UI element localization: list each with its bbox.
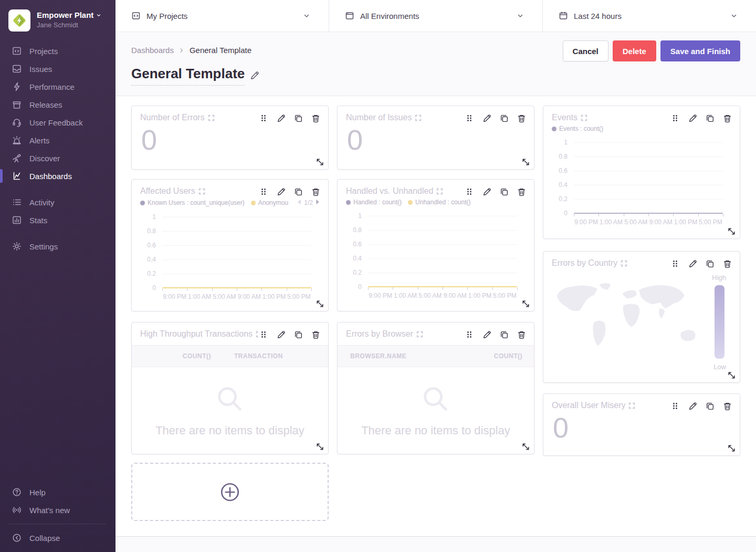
sidebar-item-discover[interactable]: Discover [0,149,116,167]
column-header[interactable]: BROWSER.NAME [338,352,494,360]
edit-widget-icon[interactable] [481,329,492,340]
sidebar-item-settings[interactable]: Settings [0,237,116,255]
duplicate-widget-icon[interactable] [499,186,509,197]
resize-handle-icon[interactable] [521,299,530,308]
empty-state: There are no items to display [132,383,328,438]
legend-dot [552,127,556,131]
resize-handle-icon[interactable] [727,444,736,453]
sidebar-item-stats[interactable]: Stats [0,211,116,229]
delete-widget-icon[interactable] [722,113,732,123]
legend-item[interactable]: Handled : count() [346,199,402,206]
edit-widget-icon[interactable] [276,329,286,340]
sidebar-item-dashboards[interactable]: Dashboards [0,167,116,185]
edit-title-icon[interactable] [250,71,259,80]
sidebar-item-alerts[interactable]: Alerts [0,131,116,149]
pagination-next-icon[interactable] [315,199,321,207]
sidebar-item-activity[interactable]: Activity [0,193,116,211]
environment-filter-dropdown[interactable]: All Environments [329,0,542,32]
legend-item[interactable]: Unhandled : count() [408,199,470,206]
duplicate-widget-icon[interactable] [293,113,303,123]
edit-widget-icon[interactable] [481,186,492,197]
projects-icon [12,46,22,56]
expand-icon[interactable] [436,188,443,195]
broadcast-icon [12,505,22,515]
duplicate-widget-icon[interactable] [499,329,509,340]
expand-icon[interactable] [416,331,423,338]
duplicate-widget-icon[interactable] [705,258,715,269]
time-range-dropdown[interactable]: Last 24 hours [542,0,756,32]
resize-handle-icon[interactable] [316,158,324,166]
duplicate-widget-icon[interactable] [499,113,509,123]
sidebar-item-collapse[interactable]: Collapse [0,529,116,547]
duplicate-widget-icon[interactable] [705,113,715,123]
pagination-prev-icon[interactable] [296,199,302,207]
expand-icon[interactable] [628,402,635,409]
breadcrumb-dashboards[interactable]: Dashboards [131,46,174,55]
delete-widget-icon[interactable] [722,401,732,411]
drag-handle-icon[interactable] [670,113,680,123]
delete-widget-icon[interactable] [310,113,321,123]
project-filter-dropdown[interactable]: My Projects [116,0,329,32]
drag-handle-icon[interactable] [670,401,680,411]
sidebar-item-user-feedback[interactable]: User Feedback [0,113,116,131]
edit-widget-icon[interactable] [481,113,492,123]
legend-item[interactable]: Known Users : count_unique(user) [140,199,245,206]
drag-handle-icon[interactable] [464,329,475,340]
resize-handle-icon[interactable] [316,442,324,451]
delete-button[interactable]: Delete [613,40,656,61]
column-header[interactable]: TRANSACTION [230,352,328,360]
expand-icon[interactable] [208,114,215,121]
delete-widget-icon[interactable] [310,186,321,197]
org-switcher[interactable]: Empower Plant Jane Schmidt [0,0,116,40]
delete-widget-icon[interactable] [516,113,527,123]
page-footer [116,537,756,551]
sidebar-item-issues[interactable]: Issues [0,60,116,78]
drag-handle-icon[interactable] [258,329,269,340]
drag-handle-icon[interactable] [464,186,475,197]
edit-widget-icon[interactable] [687,258,698,269]
legend-item[interactable]: Anonymou [251,199,290,206]
affected-users-chart: 1 0.8 0.6 0.4 0.2 0 9:00 PM1:00 AM5:00 A… [138,213,320,304]
color-scale-bar [715,285,724,359]
drag-handle-icon[interactable] [670,258,680,269]
duplicate-widget-icon[interactable] [293,186,303,197]
resize-handle-icon[interactable] [521,158,530,166]
duplicate-widget-icon[interactable] [293,329,303,340]
column-header[interactable]: COUNT() [132,352,230,360]
add-widget-button[interactable] [131,463,329,521]
edit-widget-icon[interactable] [687,113,698,123]
sidebar: Empower Plant Jane Schmidt Projects Issu… [0,0,116,552]
sidebar-item-performance[interactable]: Performance [0,78,116,96]
page-title[interactable]: General Template [131,66,245,86]
sidebar-item-help[interactable]: Help [0,483,116,501]
expand-icon[interactable] [415,114,422,121]
cancel-button[interactable]: Cancel [563,40,608,61]
expand-icon[interactable] [581,114,587,121]
expand-icon[interactable] [198,188,205,195]
resize-handle-icon[interactable] [727,371,736,380]
expand-icon[interactable] [621,260,627,267]
edit-widget-icon[interactable] [276,186,286,197]
edit-widget-icon[interactable] [687,401,698,411]
resize-handle-icon[interactable] [316,299,324,308]
widget-overall-user-misery: Overall User Misery 0 [543,393,740,456]
sidebar-item-releases[interactable]: Releases [0,96,116,113]
save-and-finish-button[interactable]: Save and Finish [660,40,740,61]
duplicate-widget-icon[interactable] [705,401,715,411]
delete-widget-icon[interactable] [516,186,527,197]
resize-handle-icon[interactable] [521,442,530,451]
legend-item[interactable]: Events : count() [552,125,603,132]
drag-handle-icon[interactable] [258,186,269,197]
delete-widget-icon[interactable] [310,329,321,340]
delete-widget-icon[interactable] [516,329,527,340]
drag-handle-icon[interactable] [258,113,269,123]
column-header[interactable]: COUNT() [494,352,534,360]
widget-title: Events [552,113,578,122]
resize-handle-icon[interactable] [727,227,736,236]
sidebar-item-whats-new[interactable]: What's new [0,501,116,519]
drag-handle-icon[interactable] [464,113,475,123]
sidebar-item-projects[interactable]: Projects [0,42,116,60]
edit-widget-icon[interactable] [276,113,286,123]
delete-widget-icon[interactable] [722,258,732,269]
legend-label: Unhandled : count() [415,199,470,206]
